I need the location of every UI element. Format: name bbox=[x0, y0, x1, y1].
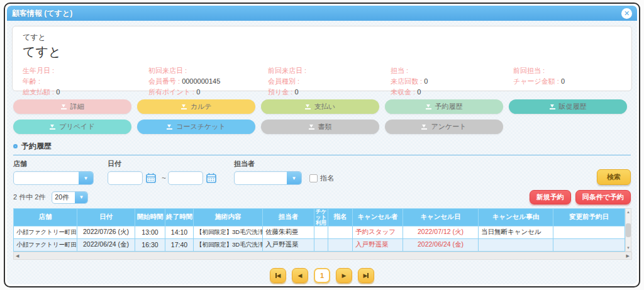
dialog-body: てすと てすと 生年月日 :年齢 :総支払額 :0初回来店日 :会員番号 :00… bbox=[7, 21, 637, 284]
staff-select-value bbox=[235, 172, 287, 184]
tab-payment[interactable]: 支払い bbox=[261, 99, 379, 114]
scrollbar-thumb[interactable] bbox=[626, 223, 631, 237]
column-header: 終了時間 bbox=[165, 209, 194, 226]
customer-info-dialog: 顧客情報 (てすと) ✕ てすと てすと 生年月日 :年齢 :総支払額 :0初回… bbox=[4, 3, 640, 287]
cell-start: 13:00 bbox=[135, 226, 165, 238]
expand-icon bbox=[167, 124, 172, 130]
dialog-title: 顧客情報 (てすと) bbox=[12, 8, 72, 19]
expand-icon bbox=[61, 104, 67, 110]
customer-field-column: 前回来店日 :会員種別 :預り金 :0 bbox=[268, 65, 391, 98]
expand-icon bbox=[50, 124, 55, 130]
cell-staff: 佐藤朱莉亜 bbox=[263, 226, 314, 238]
table-row[interactable]: 小顔ファクトリー町田店2022/06/24 (金)16:3017:40【初回限定… bbox=[14, 238, 625, 251]
nomination-checkbox-label: 指名 bbox=[320, 174, 334, 183]
filter-bar: 店舗 ▼ 日付 bbox=[13, 159, 631, 185]
scroll-left-icon[interactable]: ◀ bbox=[16, 254, 19, 259]
customer-field: 総支払額 :0 bbox=[23, 87, 148, 98]
date-filter: 日付 ~ bbox=[108, 159, 220, 185]
section-bullet-icon bbox=[13, 144, 18, 148]
staff-filter: 担当者 ▼ 指名 bbox=[234, 159, 334, 185]
expand-icon bbox=[421, 124, 427, 130]
store-select[interactable]: ▼ bbox=[13, 171, 94, 185]
vertical-scrollbar[interactable]: ▲ ▼ bbox=[625, 208, 631, 252]
tab-label: 予約履歴 bbox=[435, 102, 463, 111]
expand-icon bbox=[426, 104, 431, 110]
customer-field: 所有ポイント :0 bbox=[148, 87, 268, 98]
previous-page-button[interactable]: ◀ bbox=[292, 268, 308, 283]
cell-store: 小顔ファクトリー町田店 bbox=[14, 238, 77, 251]
column-header: 変更前予約日 bbox=[553, 209, 625, 226]
calendar-icon[interactable] bbox=[206, 172, 217, 184]
tab-label: アンケート bbox=[431, 122, 466, 131]
dialog-titlebar[interactable]: 顧客情報 (てすと) ✕ bbox=[7, 6, 637, 21]
cell-nomination bbox=[328, 226, 353, 238]
cell-cancel_reason: 当日無断キャンセル bbox=[479, 226, 553, 238]
store-select-value bbox=[14, 172, 79, 184]
customer-kana: てすと bbox=[23, 32, 621, 43]
column-header: キャンセル日 bbox=[403, 209, 479, 226]
scroll-right-icon[interactable]: ▶ bbox=[626, 254, 630, 259]
tab-row-1: 詳細カルテ支払い予約履歴販促履歴 bbox=[13, 99, 631, 114]
column-header: チケット利用 bbox=[314, 209, 328, 226]
cell-prev_date bbox=[553, 226, 625, 238]
staff-select[interactable]: ▼ bbox=[234, 171, 302, 185]
cell-prev_date bbox=[553, 238, 625, 251]
page-size-value: 20件 bbox=[52, 192, 75, 203]
last-page-button[interactable]: ▶ bbox=[358, 268, 374, 283]
tab-row-2: プリペイドコースチケット書類アンケート bbox=[13, 120, 631, 134]
customer-field: 生年月日 : bbox=[23, 65, 148, 76]
new-reservation-button[interactable]: 新規予約 bbox=[530, 190, 571, 204]
date-to-input[interactable] bbox=[168, 171, 203, 185]
chevron-down-icon: ▼ bbox=[79, 172, 93, 184]
tab-promotion-history[interactable]: 販促履歴 bbox=[509, 99, 627, 114]
cell-ticket bbox=[314, 238, 328, 251]
expand-icon bbox=[305, 104, 311, 110]
tab-label: 詳細 bbox=[70, 102, 84, 111]
page-size-select[interactable]: 20件 ▼ bbox=[52, 191, 88, 204]
first-page-button[interactable]: ◀ bbox=[270, 268, 286, 283]
customer-field: 担当 : bbox=[391, 65, 513, 76]
expand-icon bbox=[309, 124, 314, 130]
tab-karte[interactable]: カルテ bbox=[137, 99, 255, 114]
cell-staff: 入戸野遥菜 bbox=[263, 238, 314, 251]
tab-reservation-history[interactable]: 予約履歴 bbox=[385, 99, 503, 114]
store-filter-label: 店舗 bbox=[13, 159, 94, 169]
date-range-separator: ~ bbox=[162, 174, 166, 182]
cell-cancel_date: 2022/06/24 (金) bbox=[403, 238, 479, 251]
next-page-button[interactable]: ▶ bbox=[336, 268, 352, 283]
search-button[interactable]: 検索 bbox=[597, 169, 631, 185]
tab-documents[interactable]: 書類 bbox=[261, 120, 379, 134]
tab-label: 販促履歴 bbox=[559, 102, 587, 111]
scroll-up-icon[interactable]: ▲ bbox=[626, 210, 630, 214]
tab-label: 支払い bbox=[314, 102, 335, 111]
cell-start: 16:30 bbox=[135, 238, 165, 251]
tab-details[interactable]: 詳細 bbox=[13, 99, 131, 114]
horizontal-scrollbar[interactable]: ◀ ▶ bbox=[13, 252, 632, 260]
cell-store: 小顔ファクトリー町田店 bbox=[14, 226, 77, 238]
column-header: 指名 bbox=[328, 209, 353, 226]
cell-cancel_by: 予約スタッフ bbox=[353, 226, 403, 238]
customer-field-column: 初回来店日 :会員番号 :0000000145所有ポイント :0 bbox=[148, 65, 268, 98]
date-filter-label: 日付 bbox=[108, 159, 220, 169]
tab-label: コースチケット bbox=[176, 122, 226, 131]
cell-cancel_date: 2022/07/12 (火) bbox=[403, 226, 479, 238]
table-row[interactable]: 小顔ファクトリー町田店2022/07/26 (火)13:0014:10【初回限定… bbox=[14, 226, 625, 238]
column-header: キャンセル者 bbox=[353, 209, 403, 226]
customer-field: 会員種別 : bbox=[268, 76, 391, 87]
close-icon[interactable]: ✕ bbox=[621, 8, 632, 19]
current-page-button[interactable]: 1 bbox=[314, 268, 330, 283]
expand-icon bbox=[181, 104, 187, 110]
customer-info-card: てすと てすと 生年月日 :年齢 :総支払額 :0初回来店日 :会員番号 :00… bbox=[12, 26, 632, 91]
calendar-icon[interactable] bbox=[145, 172, 157, 184]
nomination-checkbox[interactable] bbox=[309, 174, 318, 182]
customer-field: 前回来店日 : bbox=[268, 65, 391, 76]
date-from-input[interactable] bbox=[108, 171, 143, 185]
reservation-table-zone: 店舗日付開始時間終了時間施術内容担当者チケット利用指名キャンセル者キャンセル日キ… bbox=[13, 208, 631, 252]
section-title: 予約履歴 bbox=[21, 141, 52, 152]
tab-course-ticket[interactable]: コースチケット bbox=[137, 120, 255, 134]
same-condition-reservation-button[interactable]: 同条件で予約 bbox=[575, 190, 631, 204]
tab-prepaid[interactable]: プリペイド bbox=[13, 120, 131, 134]
scroll-down-icon[interactable]: ▼ bbox=[626, 246, 630, 250]
tab-questionnaire[interactable]: アンケート bbox=[385, 120, 503, 134]
cell-nomination bbox=[328, 238, 353, 251]
